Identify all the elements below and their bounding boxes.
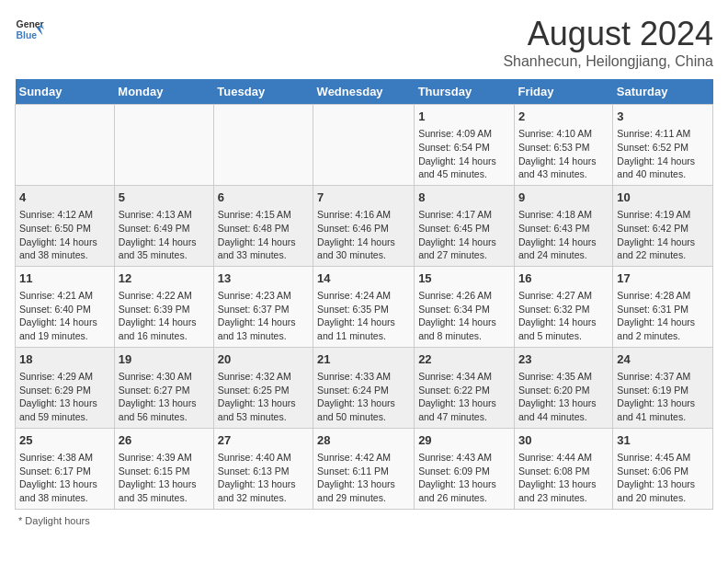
day-info: Sunrise: 4:32 AM Sunset: 6:25 PM Dayligh… bbox=[218, 370, 309, 424]
weekday-header-monday: Monday bbox=[114, 79, 213, 105]
day-info: Sunrise: 4:37 AM Sunset: 6:19 PM Dayligh… bbox=[617, 370, 709, 424]
day-info: Sunrise: 4:13 AM Sunset: 6:49 PM Dayligh… bbox=[119, 208, 210, 262]
day-info: Sunrise: 4:26 AM Sunset: 6:34 PM Dayligh… bbox=[418, 289, 510, 343]
day-number: 2 bbox=[518, 109, 609, 125]
day-number: 16 bbox=[518, 270, 609, 287]
day-number: 18 bbox=[19, 351, 110, 368]
day-number: 20 bbox=[218, 351, 309, 368]
footer-text: Daylight hours bbox=[25, 515, 89, 526]
day-info: Sunrise: 4:39 AM Sunset: 6:15 PM Dayligh… bbox=[119, 451, 210, 505]
calendar-cell: 1Sunrise: 4:09 AM Sunset: 6:54 PM Daylig… bbox=[415, 105, 515, 186]
logo: General Blue bbox=[15, 15, 44, 44]
day-info: Sunrise: 4:18 AM Sunset: 6:43 PM Dayligh… bbox=[518, 208, 609, 262]
day-number: 7 bbox=[317, 190, 410, 206]
day-number: 15 bbox=[418, 270, 510, 287]
weekday-header-row: SundayMondayTuesdayWednesdayThursdayFrid… bbox=[16, 79, 713, 105]
day-number: 4 bbox=[19, 190, 110, 206]
calendar-week-row: 11Sunrise: 4:21 AM Sunset: 6:40 PM Dayli… bbox=[16, 266, 713, 347]
day-number: 21 bbox=[317, 351, 410, 368]
day-number: 26 bbox=[119, 432, 210, 449]
calendar-cell: 9Sunrise: 4:18 AM Sunset: 6:43 PM Daylig… bbox=[514, 185, 612, 266]
day-info: Sunrise: 4:17 AM Sunset: 6:45 PM Dayligh… bbox=[418, 208, 510, 262]
svg-text:Blue: Blue bbox=[17, 30, 38, 40]
weekday-header-sunday: Sunday bbox=[16, 79, 115, 105]
day-info: Sunrise: 4:15 AM Sunset: 6:48 PM Dayligh… bbox=[218, 208, 309, 262]
calendar-cell: 24Sunrise: 4:37 AM Sunset: 6:19 PM Dayli… bbox=[613, 347, 713, 428]
day-info: Sunrise: 4:16 AM Sunset: 6:46 PM Dayligh… bbox=[317, 208, 410, 262]
calendar-cell: 20Sunrise: 4:32 AM Sunset: 6:25 PM Dayli… bbox=[213, 347, 313, 428]
day-number: 3 bbox=[617, 109, 709, 125]
day-info: Sunrise: 4:21 AM Sunset: 6:40 PM Dayligh… bbox=[19, 289, 110, 343]
calendar-cell: 19Sunrise: 4:30 AM Sunset: 6:27 PM Dayli… bbox=[114, 347, 213, 428]
day-info: Sunrise: 4:28 AM Sunset: 6:31 PM Dayligh… bbox=[617, 289, 709, 343]
calendar-cell: 4Sunrise: 4:12 AM Sunset: 6:50 PM Daylig… bbox=[16, 185, 115, 266]
day-info: Sunrise: 4:12 AM Sunset: 6:50 PM Dayligh… bbox=[19, 208, 110, 262]
day-number: 29 bbox=[418, 432, 510, 449]
day-number: 9 bbox=[518, 190, 609, 206]
day-info: Sunrise: 4:38 AM Sunset: 6:17 PM Dayligh… bbox=[19, 451, 110, 505]
calendar-cell: 11Sunrise: 4:21 AM Sunset: 6:40 PM Dayli… bbox=[16, 266, 115, 347]
day-number: 12 bbox=[119, 270, 210, 287]
day-info: Sunrise: 4:19 AM Sunset: 6:42 PM Dayligh… bbox=[617, 208, 709, 262]
day-number: 14 bbox=[317, 270, 410, 287]
calendar-cell: 28Sunrise: 4:42 AM Sunset: 6:11 PM Dayli… bbox=[313, 428, 415, 509]
calendar-week-row: 18Sunrise: 4:29 AM Sunset: 6:29 PM Dayli… bbox=[16, 347, 713, 428]
day-info: Sunrise: 4:33 AM Sunset: 6:24 PM Dayligh… bbox=[317, 370, 410, 424]
day-number: 19 bbox=[119, 351, 210, 368]
calendar-cell: 31Sunrise: 4:45 AM Sunset: 6:06 PM Dayli… bbox=[613, 428, 713, 509]
weekday-header-thursday: Thursday bbox=[415, 79, 515, 105]
day-number: 17 bbox=[617, 270, 709, 287]
calendar-cell: 21Sunrise: 4:33 AM Sunset: 6:24 PM Dayli… bbox=[313, 347, 415, 428]
weekday-header-friday: Friday bbox=[514, 79, 612, 105]
day-info: Sunrise: 4:11 AM Sunset: 6:52 PM Dayligh… bbox=[617, 127, 709, 181]
calendar-cell: 7Sunrise: 4:16 AM Sunset: 6:46 PM Daylig… bbox=[313, 185, 415, 266]
calendar-cell: 13Sunrise: 4:23 AM Sunset: 6:37 PM Dayli… bbox=[213, 266, 313, 347]
calendar-cell: 26Sunrise: 4:39 AM Sunset: 6:15 PM Dayli… bbox=[114, 428, 213, 509]
calendar-cell: 22Sunrise: 4:34 AM Sunset: 6:22 PM Dayli… bbox=[415, 347, 515, 428]
calendar-cell: 8Sunrise: 4:17 AM Sunset: 6:45 PM Daylig… bbox=[415, 185, 515, 266]
calendar-cell: 29Sunrise: 4:43 AM Sunset: 6:09 PM Dayli… bbox=[415, 428, 515, 509]
day-info: Sunrise: 4:29 AM Sunset: 6:29 PM Dayligh… bbox=[19, 370, 110, 424]
logo-icon: General Blue bbox=[15, 15, 44, 44]
calendar-cell: 17Sunrise: 4:28 AM Sunset: 6:31 PM Dayli… bbox=[613, 266, 713, 347]
weekday-header-tuesday: Tuesday bbox=[213, 79, 313, 105]
calendar-cell: 10Sunrise: 4:19 AM Sunset: 6:42 PM Dayli… bbox=[613, 185, 713, 266]
day-info: Sunrise: 4:10 AM Sunset: 6:53 PM Dayligh… bbox=[518, 127, 609, 181]
calendar-cell: 6Sunrise: 4:15 AM Sunset: 6:48 PM Daylig… bbox=[213, 185, 313, 266]
calendar-cell: 3Sunrise: 4:11 AM Sunset: 6:52 PM Daylig… bbox=[613, 105, 713, 186]
day-info: Sunrise: 4:42 AM Sunset: 6:11 PM Dayligh… bbox=[317, 451, 410, 505]
location-subtitle: Shanhecun, Heilongjiang, China bbox=[503, 53, 713, 70]
title-area: August 2024 Shanhecun, Heilongjiang, Chi… bbox=[503, 15, 713, 70]
day-info: Sunrise: 4:40 AM Sunset: 6:13 PM Dayligh… bbox=[218, 451, 309, 505]
day-number: 5 bbox=[119, 190, 210, 206]
day-info: Sunrise: 4:43 AM Sunset: 6:09 PM Dayligh… bbox=[418, 451, 510, 505]
day-number: 10 bbox=[617, 190, 709, 206]
day-number: 8 bbox=[418, 190, 510, 206]
day-info: Sunrise: 4:27 AM Sunset: 6:32 PM Dayligh… bbox=[518, 289, 609, 343]
calendar-cell: 2Sunrise: 4:10 AM Sunset: 6:53 PM Daylig… bbox=[514, 105, 612, 186]
calendar-week-row: 25Sunrise: 4:38 AM Sunset: 6:17 PM Dayli… bbox=[16, 428, 713, 509]
day-info: Sunrise: 4:30 AM Sunset: 6:27 PM Dayligh… bbox=[119, 370, 210, 424]
page-header: General Blue August 2024 Shanhecun, Heil… bbox=[15, 15, 713, 70]
day-info: Sunrise: 4:22 AM Sunset: 6:39 PM Dayligh… bbox=[119, 289, 210, 343]
calendar-cell: 15Sunrise: 4:26 AM Sunset: 6:34 PM Dayli… bbox=[415, 266, 515, 347]
day-number: 22 bbox=[418, 351, 510, 368]
calendar-cell bbox=[114, 105, 213, 186]
day-info: Sunrise: 4:45 AM Sunset: 6:06 PM Dayligh… bbox=[617, 451, 709, 505]
calendar-cell: 23Sunrise: 4:35 AM Sunset: 6:20 PM Dayli… bbox=[514, 347, 612, 428]
day-number: 30 bbox=[518, 432, 609, 449]
day-info: Sunrise: 4:35 AM Sunset: 6:20 PM Dayligh… bbox=[518, 370, 609, 424]
footer-note: * Daylight hours bbox=[15, 515, 713, 526]
calendar-week-row: 1Sunrise: 4:09 AM Sunset: 6:54 PM Daylig… bbox=[16, 105, 713, 186]
day-number: 27 bbox=[218, 432, 309, 449]
day-info: Sunrise: 4:23 AM Sunset: 6:37 PM Dayligh… bbox=[218, 289, 309, 343]
weekday-header-wednesday: Wednesday bbox=[313, 79, 415, 105]
calendar-cell: 16Sunrise: 4:27 AM Sunset: 6:32 PM Dayli… bbox=[514, 266, 612, 347]
day-info: Sunrise: 4:44 AM Sunset: 6:08 PM Dayligh… bbox=[518, 451, 609, 505]
calendar-cell bbox=[213, 105, 313, 186]
day-number: 25 bbox=[19, 432, 110, 449]
calendar-table: SundayMondayTuesdayWednesdayThursdayFrid… bbox=[15, 79, 713, 510]
day-number: 24 bbox=[617, 351, 709, 368]
day-info: Sunrise: 4:09 AM Sunset: 6:54 PM Dayligh… bbox=[418, 127, 510, 181]
day-info: Sunrise: 4:24 AM Sunset: 6:35 PM Dayligh… bbox=[317, 289, 410, 343]
